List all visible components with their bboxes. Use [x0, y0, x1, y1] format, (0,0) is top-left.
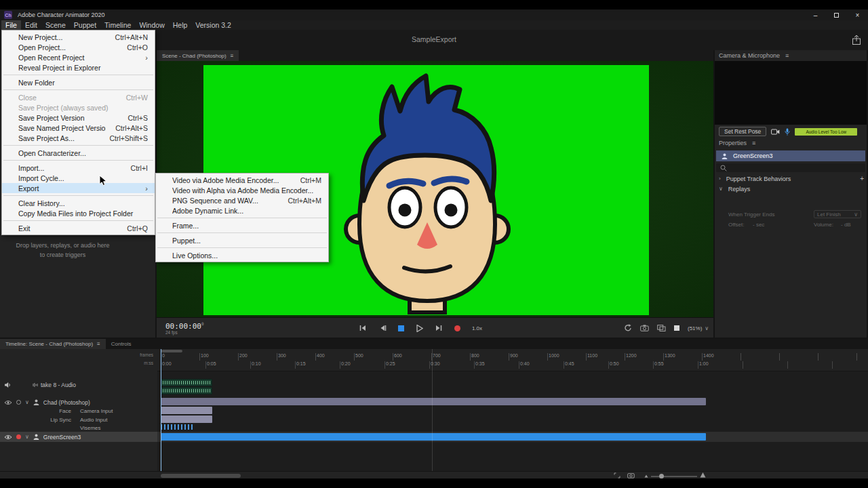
menu-item-live-options[interactable]: Live Options...	[156, 250, 328, 260]
menu-item-frame[interactable]: Frame...	[156, 220, 328, 230]
chad-track-header[interactable]: ∨ Chad (Photoshop)	[0, 398, 157, 407]
chevron-down-icon[interactable]: ∨	[25, 434, 29, 440]
selected-puppet-row[interactable]: GreenScreen3	[716, 150, 865, 161]
menu-window[interactable]: Window	[135, 20, 168, 30]
timeline-lanes[interactable]: 0 100 200 300 400 500 600 700 800 900 10…	[157, 349, 868, 471]
scene-tab[interactable]: Scene - Chad (Photoshop) ≡	[157, 50, 239, 61]
menu-item-adobe-dynamic-link[interactable]: Adobe Dynamic Link...	[156, 205, 328, 216]
add-behavior-button[interactable]: +	[860, 175, 864, 182]
offset-value[interactable]: - sec	[753, 222, 764, 228]
greenscreen-track-bar[interactable]	[161, 433, 706, 441]
replays-row[interactable]: ∨ Replays	[719, 184, 864, 193]
menu-puppet[interactable]: Puppet	[70, 20, 100, 30]
menu-item-export[interactable]: Export ›	[2, 183, 155, 193]
menu-item-import[interactable]: Import... Ctrl+I	[2, 163, 155, 173]
lipsync-behavior-label: Lip Sync	[20, 417, 71, 423]
transparency-grid-icon[interactable]	[674, 325, 679, 331]
onion-skin-icon[interactable]	[657, 325, 666, 331]
zoom-slider-handle[interactable]	[659, 474, 664, 479]
visemes-clip[interactable]	[161, 424, 193, 430]
next-frame-button[interactable]	[435, 325, 443, 331]
timeline-ruler[interactable]: 0 100 200 300 400 500 600 700 800 900 10…	[157, 349, 868, 371]
previous-frame-button[interactable]	[378, 325, 387, 331]
stop-button[interactable]	[398, 325, 404, 331]
horizontal-scrollbar[interactable]	[161, 474, 241, 478]
menu-item-save-project-as[interactable]: Save Project As... Ctrl+Shift+S	[2, 133, 155, 143]
greenscreen-track-header[interactable]: ∨ GreenScreen3	[0, 432, 157, 442]
snapshot-icon[interactable]	[640, 325, 649, 331]
maximize-button[interactable]	[826, 9, 847, 20]
close-button[interactable]: ×	[847, 9, 868, 20]
camera-icon[interactable]	[771, 129, 780, 135]
menu-separator	[157, 247, 327, 248]
play-button[interactable]	[416, 325, 423, 332]
timecode[interactable]: 00:00:000	[165, 321, 204, 331]
face-take-clip[interactable]	[161, 407, 212, 414]
menu-scene[interactable]: Scene	[41, 20, 70, 30]
share-export-icon[interactable]	[852, 35, 861, 45]
timeline-zoom-bar[interactable]	[161, 350, 182, 352]
menu-item-open-recent[interactable]: Open Recent Project ›	[2, 52, 155, 62]
audio-track-header[interactable]: take 8 - Audio	[0, 380, 157, 389]
trigger-mode-dropdown[interactable]: Let Finish ∨	[814, 210, 861, 218]
menu-item-save-named-version[interactable]: Save Named Project Version... Ctrl+Alt+S	[2, 123, 155, 133]
menu-item-puppet[interactable]: Puppet...	[156, 235, 328, 245]
camera-panel-menu-icon[interactable]: ≡	[785, 52, 789, 59]
lipsync-take-clip[interactable]	[161, 415, 212, 423]
menu-item-save-project-version[interactable]: Save Project Version Ctrl+S	[2, 113, 155, 123]
visibility-eye-icon[interactable]	[4, 400, 12, 405]
arm-record-toggle[interactable]	[16, 400, 21, 405]
zoom-out-mountain-icon[interactable]	[644, 474, 648, 478]
zoom-in-mountain-icon[interactable]	[700, 472, 706, 478]
zoom-select[interactable]: (51%) ∨	[688, 325, 709, 331]
menu-timeline[interactable]: Timeline	[100, 20, 135, 30]
menu-item-open-characterizer[interactable]: Open Characterizer...	[2, 148, 155, 158]
minimize-button[interactable]: –	[805, 9, 826, 20]
speaker-icon[interactable]	[4, 382, 11, 388]
chevron-down-icon[interactable]: ∨	[25, 399, 29, 405]
menu-file[interactable]: File	[1, 20, 21, 30]
snapshot-icon[interactable]	[627, 472, 635, 479]
menu-item-clear-history[interactable]: Clear History...	[2, 198, 155, 208]
controls-tab[interactable]: Controls	[106, 339, 137, 349]
menu-item-video-ame[interactable]: Video via Adobe Media Encoder... Ctrl+M	[156, 175, 328, 185]
properties-menu-icon[interactable]: ≡	[752, 140, 755, 146]
scene-tab-menu-icon[interactable]: ≡	[231, 53, 234, 59]
visibility-eye-icon[interactable]	[4, 434, 12, 440]
menu-item-copy-media-files[interactable]: Copy Media Files into Project Folder	[2, 208, 155, 218]
volume-value[interactable]: - dB	[841, 222, 851, 228]
microphone-icon[interactable]	[785, 128, 790, 136]
timeline-tab[interactable]: Timeline: Scene - Chad (Photoshop) ≡	[0, 339, 106, 349]
loop-icon[interactable]	[624, 324, 632, 332]
chad-track-bar[interactable]	[161, 398, 706, 405]
menu-item-png-sequence-wav[interactable]: PNG Sequence and WAV... Ctrl+Alt+M	[156, 195, 328, 205]
record-button[interactable]	[454, 325, 460, 331]
timeline-menu-icon[interactable]: ≡	[97, 341, 100, 347]
menu-item-import-cycle[interactable]: Import Cycle...	[2, 173, 155, 183]
puppet-track-behaviors-row[interactable]: › Puppet Track Behaviors +	[719, 174, 864, 183]
menu-item-open-project[interactable]: Open Project... Ctrl+O	[2, 42, 155, 52]
menu-item-new-folder[interactable]: New Folder	[2, 77, 155, 87]
audio-clip-2[interactable]	[161, 387, 212, 394]
menu-help[interactable]: Help	[169, 20, 192, 30]
menu-item-new-project[interactable]: New Project... Ctrl+Alt+N	[2, 32, 155, 42]
zoom-slider-track[interactable]	[651, 476, 697, 477]
puppet-character[interactable]	[324, 72, 528, 316]
frames-label: frames	[126, 352, 153, 357]
menu-item-video-alpha-ame[interactable]: Video with Alpha via Adobe Media Encoder…	[156, 185, 328, 195]
timeline-footer	[0, 471, 868, 479]
file-menu: New Project... Ctrl+Alt+N Open Project..…	[1, 30, 155, 235]
playback-speed[interactable]: 1.0x	[472, 325, 482, 331]
set-rest-pose-button[interactable]: Set Rest Pose	[719, 127, 766, 136]
go-to-start-button[interactable]	[359, 325, 367, 331]
properties-search-field[interactable]	[716, 163, 865, 172]
app-icon: Ch	[4, 11, 12, 19]
menu-edit[interactable]: Edit	[21, 20, 41, 30]
menu-item-exit[interactable]: Exit Ctrl+Q	[2, 223, 155, 233]
record-armed-icon[interactable]	[16, 434, 21, 439]
playhead[interactable]	[161, 349, 161, 471]
audio-clip-1[interactable]	[161, 379, 212, 386]
expand-icon[interactable]	[614, 472, 620, 479]
menu-separator	[3, 220, 153, 221]
menu-item-reveal-project[interactable]: Reveal Project in Explorer	[2, 62, 155, 73]
